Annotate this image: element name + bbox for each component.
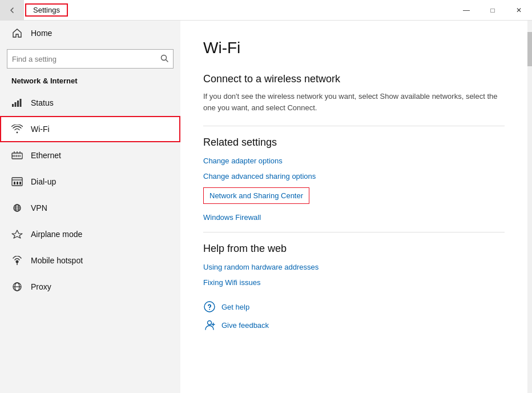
sidebar-item-vpn[interactable]: VPN xyxy=(0,195,180,221)
svg-point-25 xyxy=(16,260,19,263)
link-network-sharing-center[interactable]: Network and Sharing Center xyxy=(203,187,309,204)
sidebar-item-dialup[interactable]: Dial-up xyxy=(0,169,180,195)
svg-line-1 xyxy=(166,59,168,62)
sidebar-item-proxy[interactable]: Proxy xyxy=(0,274,180,300)
svg-rect-2 xyxy=(12,104,14,107)
feedback-label: Give feedback xyxy=(221,321,269,330)
status-icon xyxy=(11,97,23,109)
sidebar: Home Network & Internet S xyxy=(0,21,180,393)
bottom-links: Get help Give feedback xyxy=(203,300,505,331)
divider-2 xyxy=(203,232,505,232)
feedback-person-icon xyxy=(203,319,216,331)
wifi-icon xyxy=(11,123,23,135)
svg-rect-6 xyxy=(12,153,22,159)
sidebar-item-label: Wi-Fi xyxy=(31,125,50,134)
scrollbar-thumb[interactable] xyxy=(527,32,532,66)
vpn-icon xyxy=(11,202,23,214)
link-adapter-options[interactable]: Change adapter options xyxy=(203,157,505,165)
minimize-button[interactable]: — xyxy=(453,0,479,21)
help-circle-icon xyxy=(203,300,216,313)
back-button[interactable] xyxy=(0,0,24,21)
titlebar: Settings — □ ✕ xyxy=(0,0,532,21)
close-button[interactable]: ✕ xyxy=(506,0,532,21)
feedback-link[interactable]: Give feedback xyxy=(203,319,505,331)
proxy-icon xyxy=(11,281,23,292)
scrollbar-track[interactable] xyxy=(527,21,532,393)
svg-point-30 xyxy=(204,302,215,312)
svg-rect-4 xyxy=(17,101,19,107)
home-icon xyxy=(11,27,23,39)
related-settings-heading: Related settings xyxy=(203,137,505,149)
sidebar-item-label: Ethernet xyxy=(31,151,61,160)
sidebar-item-home[interactable]: Home xyxy=(0,21,180,46)
divider-1 xyxy=(203,126,505,126)
window-title: Settings xyxy=(25,3,68,17)
get-help-link[interactable]: Get help xyxy=(203,300,505,313)
svg-rect-3 xyxy=(15,102,17,107)
search-box[interactable] xyxy=(7,49,174,69)
help-heading: Help from the web xyxy=(203,243,505,255)
sidebar-item-hotspot[interactable]: Mobile hotspot xyxy=(0,247,180,274)
connect-heading: Connect to a wireless network xyxy=(203,73,505,85)
connect-desc: If you don't see the wireless network yo… xyxy=(203,91,505,113)
sidebar-item-airplane[interactable]: Airplane mode xyxy=(0,221,180,247)
home-label: Home xyxy=(31,29,52,38)
svg-rect-19 xyxy=(19,182,21,185)
sidebar-item-status[interactable]: Status xyxy=(0,90,180,116)
sidebar-section-label: Network & Internet xyxy=(0,74,180,90)
sidebar-item-label: Proxy xyxy=(31,282,51,291)
airplane-icon xyxy=(11,228,23,240)
page-title: Wi-Fi xyxy=(203,39,505,57)
ethernet-icon xyxy=(11,150,23,161)
svg-rect-17 xyxy=(14,182,15,185)
link-windows-firewall[interactable]: Windows Firewall xyxy=(203,213,505,222)
content-area: Wi-Fi Connect to a wireless network If y… xyxy=(180,21,527,393)
get-help-label: Get help xyxy=(221,303,249,311)
search-icon xyxy=(160,54,168,64)
link-random-hw[interactable]: Using random hardware addresses xyxy=(203,263,505,271)
link-wifi-issues[interactable]: Fixing Wifi issues xyxy=(203,278,505,287)
sidebar-item-label: Dial-up xyxy=(31,177,56,186)
dialup-icon xyxy=(11,176,23,187)
svg-rect-5 xyxy=(20,99,22,107)
svg-rect-18 xyxy=(17,182,18,185)
link-advanced-sharing[interactable]: Change advanced sharing options xyxy=(203,172,505,181)
sidebar-item-label: VPN xyxy=(31,203,47,212)
hotspot-icon xyxy=(11,255,23,266)
sidebar-item-label: Status xyxy=(31,98,54,107)
maximize-button[interactable]: □ xyxy=(479,0,506,21)
svg-point-31 xyxy=(209,309,210,310)
sidebar-item-wifi[interactable]: Wi-Fi xyxy=(0,116,180,142)
sidebar-item-label: Mobile hotspot xyxy=(31,256,83,265)
sidebar-item-ethernet[interactable]: Ethernet xyxy=(0,142,180,169)
sidebar-item-label: Airplane mode xyxy=(31,230,82,239)
search-input[interactable] xyxy=(12,55,160,63)
svg-point-32 xyxy=(208,321,212,325)
